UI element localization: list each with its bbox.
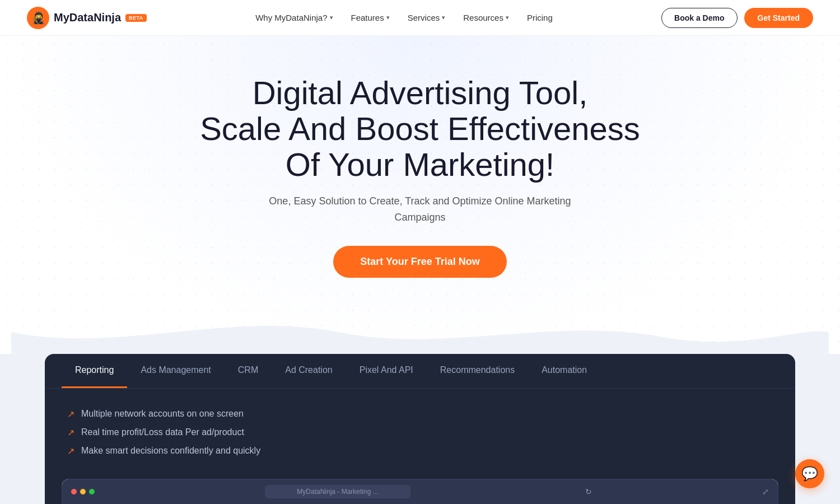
dashboard-tabs: Reporting Ads Management CRM Ad Creation… [45,354,795,389]
hero-section: Digital Advertising Tool, Scale And Boos… [0,36,840,354]
book-demo-button[interactable]: Book a Demo [661,8,737,28]
hero-title-line2: Scale And Boost Effectiveness Of Your Ma… [200,110,640,183]
arrow-icon: ↗ [67,409,74,419]
fullscreen-window-dot [89,489,95,494]
chevron-down-icon: ▾ [386,14,390,21]
nav-item-services[interactable]: Services ▾ [400,8,454,27]
tab-ads-management[interactable]: Ads Management [127,354,224,388]
nav-item-features[interactable]: Features ▾ [343,8,398,27]
chevron-down-icon: ▾ [330,14,333,21]
tab-crm[interactable]: CRM [225,354,272,388]
chevron-down-icon: ▾ [506,14,509,21]
nav-item-why[interactable]: Why MyDataNinja? ▾ [248,8,340,27]
reload-icon[interactable]: ↻ [585,487,592,496]
feature-item-2: ↗ Real time profit/Loss data Per ad/prod… [67,427,773,438]
nav-item-resources[interactable]: Resources ▾ [455,8,517,27]
brand-name: MyDataNinja [54,11,121,24]
tab-automation[interactable]: Automation [528,354,600,388]
expand-icon[interactable]: ⤢ [762,487,769,496]
tab-ad-creation[interactable]: Ad Creation [272,354,346,388]
logo-icon: 🥷 [27,7,49,29]
beta-badge: BETA [125,14,147,22]
nav-actions: Book a Demo Get Started [661,8,813,28]
browser-url-bar[interactable]: MyDataNinja - Marketing ... [265,485,410,498]
hero-title: Digital Advertising Tool, Scale And Boos… [179,75,661,182]
nav-links: Why MyDataNinja? ▾ Features ▾ Services ▾… [248,8,561,27]
hero-title-line1: Digital Advertising Tool, [253,74,588,111]
wave-divider [11,310,829,354]
feature-item-3: ↗ Make smart decisions confidently and q… [67,446,773,456]
minimize-window-dot [80,489,86,494]
feature-item-1: ↗ Multiple network accounts on one scree… [67,409,773,419]
tab-recommendations[interactable]: Recommendations [427,354,528,388]
tab-pixel-api[interactable]: Pixel And API [346,354,427,388]
arrow-icon: ↗ [67,427,74,438]
chevron-down-icon: ▾ [442,14,445,21]
close-window-dot [71,489,77,494]
tab-reporting[interactable]: Reporting [62,354,127,388]
arrow-icon: ↗ [67,446,74,456]
chat-bubble-button[interactable]: 💬 [795,459,824,488]
browser-bar: MyDataNinja - Marketing ... ↻ ⤢ [62,479,778,504]
browser-mock: MyDataNinja - Marketing ... ↻ ⤢ MyDatani… [62,479,778,504]
chat-icon: 💬 [801,466,818,482]
free-trial-button[interactable]: Start Your Free Trial Now [333,246,506,278]
features-list: ↗ Multiple network accounts on one scree… [45,389,795,468]
get-started-button[interactable]: Get Started [744,8,813,28]
dashboard-panel: Reporting Ads Management CRM Ad Creation… [45,354,795,504]
hero-subtitle: One, Easy Solution to Create, Track and … [252,193,588,226]
dashboard-wrapper: Reporting Ads Management CRM Ad Creation… [0,354,840,504]
nav-item-pricing[interactable]: Pricing [519,8,561,27]
navigation: 🥷 MyDataNinja BETA Why MyDataNinja? ▾ Fe… [0,0,840,36]
browser-window-controls [71,489,95,494]
brand-logo[interactable]: 🥷 MyDataNinja BETA [27,7,147,29]
